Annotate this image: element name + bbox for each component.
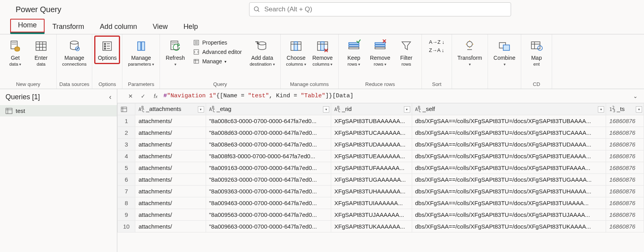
cell[interactable]: attachments/ — [135, 162, 206, 174]
table-row[interactable]: 10attachments/"8a009663-0000-0700-0000-6… — [118, 221, 644, 232]
cell[interactable]: XFgSAPt83TUFAAAAAA... — [331, 162, 412, 174]
cell[interactable]: "8a009263-0000-0700-0000-647fa7ed0... — [206, 174, 331, 186]
cell[interactable]: attachments/ — [135, 115, 206, 127]
row-number[interactable]: 7 — [118, 186, 135, 197]
advanced-editor-button[interactable]: Advanced editor — [191, 48, 243, 56]
table-row[interactable]: 1attachments/"8a008c63-0000-0700-0000-64… — [118, 115, 644, 127]
row-number[interactable]: 3 — [118, 139, 135, 150]
tab-home[interactable]: Home — [10, 19, 45, 34]
cell[interactable]: dbs/XFgSAA==/colls/XFgSAPt83TU=/docs/XFg… — [412, 139, 606, 150]
column-filter-icon[interactable]: ▾ — [404, 106, 410, 113]
cell[interactable]: dbs/XFgSAA==/colls/XFgSAPt83TU=/docs/XFg… — [412, 174, 606, 186]
cell[interactable]: "8a009663-0000-0700-0000-647fa7ed0... — [206, 221, 331, 232]
table-row[interactable]: 8attachments/"8a009463-0000-0700-0000-64… — [118, 197, 644, 209]
cell[interactable]: attachments/ — [135, 139, 206, 150]
cell[interactable]: XFgSAPt83TUEAAAAAA... — [331, 150, 412, 162]
column-filter-icon[interactable]: ▾ — [598, 106, 604, 113]
table-row[interactable]: 9attachments/"8a009563-0000-0700-0000-64… — [118, 209, 644, 221]
cell[interactable]: 16860876 — [606, 162, 644, 174]
cell[interactable]: 16860876 — [606, 150, 644, 162]
manage-connections-button[interactable]: Manageconnections — [60, 37, 89, 68]
cell[interactable]: "8a009563-0000-0700-0000-647fa7ed0... — [206, 209, 331, 221]
cell[interactable]: XFgSAPt83TUBAAAAAA... — [331, 115, 412, 127]
get-data-button[interactable]: Getdata — [3, 37, 27, 68]
column-filter-icon[interactable]: ▾ — [323, 106, 329, 113]
cell[interactable]: XFgSAPt83TUJAAAAAA... — [331, 209, 412, 221]
cell[interactable]: attachments/ — [135, 186, 206, 197]
cell[interactable]: attachments/ — [135, 209, 206, 221]
keep-rows-button[interactable]: Keeprows — [342, 37, 366, 68]
tab-view[interactable]: View — [145, 20, 176, 34]
row-number[interactable]: 4 — [118, 150, 135, 162]
cell[interactable]: dbs/XFgSAA==/colls/XFgSAPt83TU=/docs/XFg… — [412, 127, 606, 139]
sort-desc-button[interactable]: Z→A ↓ — [427, 46, 446, 54]
table-row[interactable]: 6attachments/"8a009263-0000-0700-0000-64… — [118, 174, 644, 186]
map-entity-button[interactable]: Mapent — [524, 37, 549, 68]
transform-button[interactable]: Transform — [455, 37, 484, 68]
formula-cancel-icon[interactable]: ✕ — [126, 93, 135, 99]
row-number[interactable]: 2 — [118, 127, 135, 139]
manage-button[interactable]: Manage ▾ — [191, 57, 243, 66]
cell[interactable]: XFgSAPt83TUDAAAAAA... — [331, 139, 412, 150]
column-filter-icon[interactable]: ▾ — [198, 106, 204, 113]
row-number[interactable]: 10 — [118, 221, 135, 232]
sort-asc-button[interactable]: A→Z ↓ — [427, 38, 446, 46]
manage-parameters-button[interactable]: Manageparameters — [126, 37, 156, 68]
cell[interactable]: attachments/ — [135, 197, 206, 209]
cell[interactable]: XFgSAPt83TUGAAAAAA... — [331, 174, 412, 186]
cell[interactable]: XFgSAPt83TUKAAAAAA... — [331, 221, 412, 232]
cell[interactable]: dbs/XFgSAA==/colls/XFgSAPt83TU=/docs/XFg… — [412, 162, 606, 174]
formula-commit-icon[interactable]: ✓ — [138, 93, 148, 99]
table-row[interactable]: 3attachments/"8a008e63-0000-0700-0000-64… — [118, 139, 644, 150]
cell[interactable]: dbs/XFgSAA==/colls/XFgSAPt83TU=/docs/XFg… — [412, 115, 606, 127]
cell[interactable]: dbs/XFgSAA==/colls/XFgSAPt83TU=/docs/XFg… — [412, 186, 606, 197]
column-filter-icon[interactable]: ▾ — [636, 106, 642, 113]
add-data-destination-button[interactable]: Add datadestination — [247, 37, 277, 68]
search-box[interactable]: Search (Alt + Q) — [249, 2, 511, 16]
cell[interactable]: "8a009463-0000-0700-0000-647fa7ed0... — [206, 197, 331, 209]
cell[interactable]: "8a009363-0000-0700-0000-647fa7ed0... — [206, 186, 331, 197]
cell[interactable]: 16860876 — [606, 197, 644, 209]
cell[interactable]: "8a008e63-0000-0700-0000-647fa7ed0... — [206, 139, 331, 150]
remove-rows-button[interactable]: Removerows — [368, 37, 393, 68]
column-header-rid[interactable]: ABC_rid▾ — [331, 104, 412, 115]
tab-add-column[interactable]: Add column — [92, 20, 145, 34]
cell[interactable]: 16860876 — [606, 221, 644, 232]
formula-expand-icon[interactable]: ⌄ — [630, 93, 641, 99]
cell[interactable]: "8a008d63-0000-0700-0000-647fa7ed0... — [206, 127, 331, 139]
cell[interactable]: XFgSAPt83TUIAAAAAA... — [331, 197, 412, 209]
table-row[interactable]: 2attachments/"8a008d63-0000-0700-0000-64… — [118, 127, 644, 139]
cell[interactable]: XFgSAPt83TUCAAAAAA... — [331, 127, 412, 139]
row-number[interactable]: 1 — [118, 115, 135, 127]
cell[interactable]: 16860876 — [606, 139, 644, 150]
cell[interactable]: "8a009163-0000-0700-0000-647fa7ed0... — [206, 162, 331, 174]
options-button[interactable]: Options — [94, 36, 120, 64]
row-number[interactable]: 8 — [118, 197, 135, 209]
table-row[interactable]: 5attachments/"8a009163-0000-0700-0000-64… — [118, 162, 644, 174]
cell[interactable]: dbs/XFgSAA==/colls/XFgSAPt83TU=/docs/XFg… — [412, 150, 606, 162]
cell[interactable]: "8a008f63-0000-0700-0000-647fa7ed0... — [206, 150, 331, 162]
query-item-test[interactable]: test — [0, 105, 117, 116]
column-header-attachments[interactable]: ABC_attachments▾ — [135, 104, 206, 115]
select-all-corner[interactable] — [118, 104, 135, 115]
table-row[interactable]: 4attachments/"8a008f63-0000-0700-0000-64… — [118, 150, 644, 162]
cell[interactable]: dbs/XFgSAA==/colls/XFgSAPt83TU=/docs/XFg… — [412, 197, 606, 209]
data-grid[interactable]: ABC_attachments▾ABC_etag▾ABC_rid▾ABC_sel… — [117, 103, 644, 252]
row-number[interactable]: 5 — [118, 162, 135, 174]
collapse-queries-icon[interactable]: ‹ — [109, 93, 111, 101]
column-header-ts[interactable]: 123_ts▾ — [606, 104, 644, 115]
choose-columns-button[interactable]: Choosecolumns — [284, 37, 309, 68]
row-number[interactable]: 6 — [118, 174, 135, 186]
tab-transform[interactable]: Transform — [45, 20, 92, 34]
fx-icon[interactable]: fx — [151, 93, 160, 99]
cell[interactable]: dbs/XFgSAA==/colls/XFgSAPt83TU=/docs/XFg… — [412, 209, 606, 221]
properties-button[interactable]: Properties — [191, 38, 243, 47]
cell[interactable]: attachments/ — [135, 174, 206, 186]
cell[interactable]: 16860876 — [606, 186, 644, 197]
cell[interactable]: 16860876 — [606, 115, 644, 127]
tab-help[interactable]: Help — [176, 20, 206, 34]
cell[interactable]: 16860876 — [606, 174, 644, 186]
column-header-etag[interactable]: ABC_etag▾ — [206, 104, 331, 115]
remove-columns-button[interactable]: Removecolumns — [310, 37, 335, 68]
cell[interactable]: 16860876 — [606, 209, 644, 221]
